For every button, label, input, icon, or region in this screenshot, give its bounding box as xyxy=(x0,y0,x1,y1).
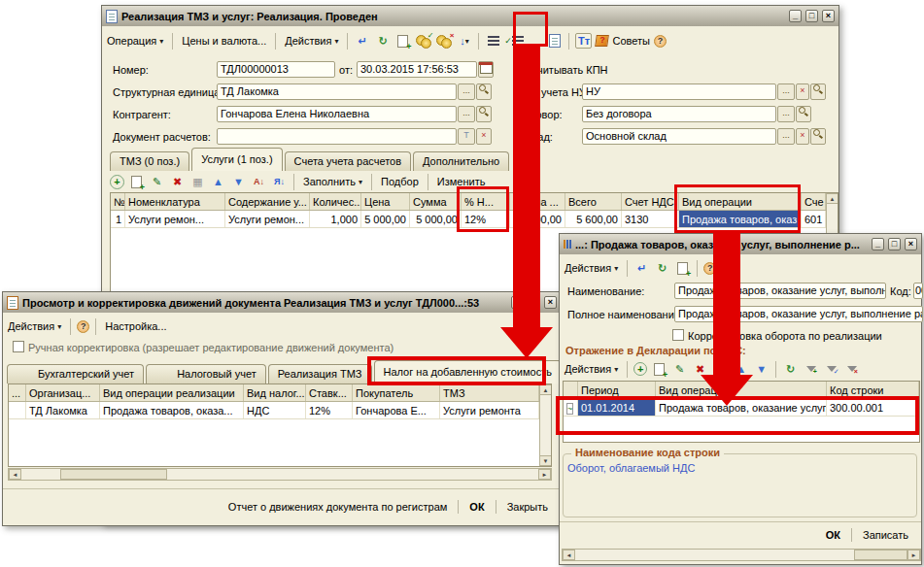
copy-row-icon[interactable]: + xyxy=(128,174,145,189)
refresh-list-icon[interactable]: ↻ xyxy=(782,361,799,377)
filter-settings-icon[interactable]: ✓ xyxy=(823,361,839,377)
edit-row-icon[interactable]: ✎ xyxy=(149,174,165,189)
warehouse-lookup-button[interactable] xyxy=(810,128,826,145)
scrollbar-thumb[interactable] xyxy=(854,550,907,560)
copy-row-icon[interactable]: + xyxy=(651,361,667,377)
actions-menu[interactable]: Действия▾ xyxy=(5,318,64,334)
help-icon[interactable]: ? xyxy=(654,35,667,48)
actions-menu[interactable]: Действия▾ xyxy=(282,33,341,49)
close-button[interactable]: × xyxy=(544,296,557,309)
report-icon[interactable] xyxy=(546,33,563,49)
titlebar[interactable]: Просмотр и корректировка движений докуме… xyxy=(3,292,561,313)
contract-lookup-button[interactable] xyxy=(796,106,811,122)
contract-input[interactable]: Без договора xyxy=(582,106,776,122)
tab-tmz[interactable]: ТМЗ (0 поз.) xyxy=(110,151,189,171)
help-icon[interactable]: ? xyxy=(77,320,89,333)
totals-icon[interactable]: ▦ xyxy=(189,174,206,189)
move-down-icon[interactable]: ▼ xyxy=(753,361,770,377)
close-button[interactable]: × xyxy=(822,10,835,22)
settings-button[interactable]: Настройка... xyxy=(102,318,169,334)
table-hscrollbar[interactable]: ◄ ► xyxy=(8,468,552,481)
minimize-button[interactable]: _ xyxy=(872,238,884,250)
delete-row-icon[interactable]: ✖ xyxy=(169,174,186,189)
prices-currency-menu[interactable]: Цены и валюта... xyxy=(179,33,269,49)
full-name-input[interactable]: Продажа товаров, оказание услуг, выполне… xyxy=(674,306,923,322)
list-settings-icon[interactable] xyxy=(485,33,501,49)
minimize-button[interactable]: _ xyxy=(789,10,802,22)
unpost-document-icon[interactable]: × xyxy=(435,33,452,49)
titlebar[interactable]: Реализация ТМЗ и услуг: Реализация. Пров… xyxy=(102,6,838,26)
move-down-icon[interactable]: ▼ xyxy=(230,174,247,189)
scroll-right-icon[interactable]: ► xyxy=(907,550,920,560)
tab-settlement-accounts[interactable]: Счета учета расчетов xyxy=(285,151,411,171)
contractor-lookup-button[interactable] xyxy=(476,106,492,122)
fill-button[interactable]: Заполнить▾ xyxy=(300,174,365,189)
actions-menu[interactable]: Действия▾ xyxy=(562,260,621,276)
settlement-doc-input[interactable] xyxy=(217,128,457,145)
contract-select-button[interactable]: ... xyxy=(777,106,795,122)
close-window-button[interactable]: Закрыть xyxy=(502,499,553,515)
scrollbar-thumb[interactable] xyxy=(60,469,167,480)
movements-report-button[interactable]: Отчет о движениях документа по регистрам xyxy=(223,499,453,515)
table-row[interactable]: ТД ЛакомкаПродажа товаров, оказа...НДС12… xyxy=(9,402,539,419)
tab-services[interactable]: Услуги (1 поз.) xyxy=(191,148,282,171)
ok-button[interactable]: ОК xyxy=(464,499,489,515)
sort-asc-icon[interactable]: А↓ xyxy=(251,174,267,189)
export-icon[interactable]: ↓▾ xyxy=(456,33,472,49)
settlement-type-button[interactable]: Т xyxy=(458,128,475,145)
warehouse-input[interactable]: Основной склад xyxy=(582,128,776,145)
operation-menu[interactable]: Операция▾ xyxy=(104,33,166,49)
goto-icon[interactable]: ↵ xyxy=(354,33,370,49)
tab-additional[interactable]: Дополнительно xyxy=(413,151,509,171)
maximize-button[interactable]: □ xyxy=(805,10,818,22)
unit-select-button[interactable]: ... xyxy=(458,83,475,100)
scroll-right-icon[interactable]: ► xyxy=(538,469,551,480)
refresh-icon[interactable]: ↻ xyxy=(654,260,670,276)
account-kind-clear-button[interactable]: × xyxy=(796,83,809,100)
actions-menu[interactable]: Действия▾ xyxy=(562,361,621,377)
set-filter-icon[interactable]: + xyxy=(803,361,819,377)
move-up-icon[interactable]: ▲ xyxy=(210,174,226,189)
tips-icon[interactable]: ? xyxy=(596,35,610,47)
edit-row-icon[interactable]: ✎ xyxy=(671,361,688,377)
number-input[interactable]: ТДЛ00000013 xyxy=(217,61,335,78)
account-kind-lookup-button[interactable] xyxy=(810,83,826,100)
unit-input[interactable]: ТД Лакомка xyxy=(217,83,457,100)
titlebar[interactable]: ...: Продажа товаров, оказание услуг, вы… xyxy=(560,234,921,254)
scroll-down-icon[interactable]: ▼ xyxy=(539,455,552,466)
account-kind-input[interactable]: НУ xyxy=(582,83,776,100)
ok-button[interactable]: ОК xyxy=(821,527,845,543)
post-document-icon[interactable]: ✓ xyxy=(415,33,431,49)
unit-lookup-button[interactable] xyxy=(476,83,492,100)
clear-filter-icon[interactable]: × xyxy=(843,361,860,377)
scroll-up-icon[interactable]: ▲ xyxy=(539,384,552,395)
maximize-button[interactable]: □ xyxy=(888,238,901,250)
line-code-value[interactable]: Оборот, облагаемый НДС xyxy=(567,462,695,474)
warehouse-select-button[interactable]: ... xyxy=(777,128,795,145)
settlement-clear-button[interactable]: × xyxy=(476,128,492,145)
calendar-button[interactable] xyxy=(478,61,494,78)
add-row-icon[interactable]: + xyxy=(110,175,124,189)
copy-icon[interactable]: + xyxy=(674,260,691,276)
turnover-adjustment-checkbox[interactable] xyxy=(672,329,684,341)
code-input[interactable]: 000 xyxy=(913,283,923,299)
scroll-up-icon[interactable]: ▲ xyxy=(826,193,838,204)
copy-icon[interactable]: + xyxy=(394,33,411,49)
sort-desc-icon[interactable]: Я↓ xyxy=(271,174,288,189)
name-input[interactable]: Продажа товаров, оказание услуг, выполне xyxy=(674,283,886,299)
font-settings-icon[interactable]: Тт xyxy=(575,33,592,49)
scroll-left-icon[interactable]: ◄ xyxy=(9,469,21,480)
window-hscrollbar[interactable]: ◄ ► xyxy=(562,549,921,561)
tab-sales-tmz[interactable]: Реализация ТМЗ xyxy=(268,364,372,384)
tab-accounting[interactable]: Бухгалтерский учет xyxy=(7,364,144,384)
table-vscrollbar[interactable]: ▲ ▼ xyxy=(539,384,551,466)
refresh-icon[interactable]: ↻ xyxy=(374,33,391,49)
manual-adjustment-checkbox[interactable] xyxy=(13,341,24,352)
goto-icon[interactable]: ↵ xyxy=(633,260,650,276)
tips-label[interactable]: Советы xyxy=(612,35,649,47)
scroll-left-icon[interactable]: ◄ xyxy=(563,550,575,560)
save-button[interactable]: Записать xyxy=(858,527,913,543)
close-button[interactable]: × xyxy=(905,238,917,250)
add-row-icon[interactable]: + xyxy=(633,362,647,376)
contractor-input[interactable]: Гончарова Елена Николаевна xyxy=(217,106,457,122)
